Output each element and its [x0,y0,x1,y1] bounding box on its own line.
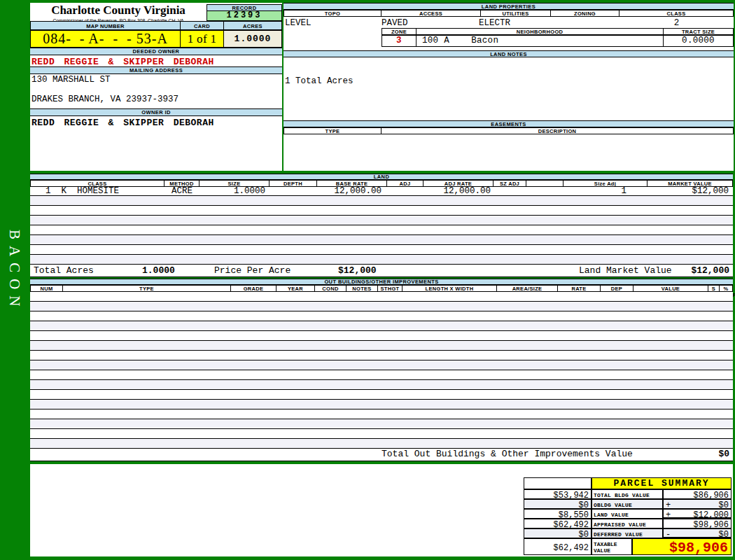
table-row [30,206,733,216]
summary-right-value: - $0 [663,528,732,538]
land-row-method: ACRE [164,187,200,195]
outbuildings-total-row: Total Out Buildings & Other Improvements… [30,449,733,461]
zone-label: ZONE [382,28,416,35]
mailing-address-line1: 130 MARSHALL ST [31,75,111,85]
summary-label: APPRAISED VALUE [592,519,663,528]
topo-value: LEVEL [285,18,312,28]
summary-row-total-bldg: $53,942 TOTAL BLDG VALUE $86,906 [524,489,732,499]
table-row [30,196,733,206]
table-row [30,351,733,360]
table-row [30,400,733,410]
table-row [30,216,733,225]
land-notes-title: LAND NOTES [284,50,734,57]
taxable-label: TAXABLE VALUE [592,538,632,555]
tract-size-label: TRACT SIZE [664,28,734,35]
summary-left-value: $8,550 [524,509,592,519]
outbuildings-title: OUT BUILDINGS/OTHER IMPROVEMENTS [30,279,733,285]
summary-row-taxable: $62,492 TAXABLE VALUE $98,906 [524,538,732,555]
tract-size-value: 0.0000 [664,35,734,47]
summary-row-obldg: $0 OBLDG VALUE + $0 [524,499,732,509]
land-row-class: 1 K HOMESITE [30,187,164,195]
summary-left-value: $53,942 [524,489,592,499]
table-row [30,370,733,380]
land-row-size-adj: 1 [564,187,648,195]
zoning-column-label: ZONING [551,10,620,17]
county-title: Charlotte County Virginia [30,4,206,18]
land-row-adj-rate: 12,000.00 [424,187,493,195]
class-column-label: CLASS [620,10,734,17]
owner-panel: Charlotte County Virginia Commissioner o… [30,3,282,171]
ob-col-cond: COND [315,285,346,292]
table-row [30,321,733,331]
record-value: 12393 [206,11,282,21]
summary-row-deferred: $0 DEFERRED VALUE - $0 [524,528,732,538]
access-column-label: ACCESS [382,10,481,17]
easements-title: EASEMENTS [284,120,734,127]
summary-label: OBLDG VALUE [592,499,663,509]
summary-right-value: $98,906 [663,519,732,528]
table-row [30,302,733,312]
table-row [30,429,733,439]
acres-label: ACRES [224,21,282,30]
land-row-base-rate: 12,000.00 [317,187,387,195]
land-col-blank [526,180,564,187]
ob-col-num: NUM [30,285,63,292]
acres-value: 1.0000 [224,30,282,48]
land-row: 1 K HOMESITE ACRE 1.0000 12,000.00 12,00… [30,187,733,196]
land-market-value-value: $12,000 [691,265,729,276]
map-number-value: 084- - A- - - 53-A [30,30,181,48]
summary-sign: + [666,510,671,519]
price-per-acre-value: $12,000 [338,265,377,276]
deeded-owner-value: REDD REGGIE & SKIPPER DEBORAH [31,57,214,67]
summary-sign: + [666,500,671,509]
land-col-size-adj: Size Adj [564,180,648,187]
land-notes-text: 1 Total Acres [285,76,354,86]
table-row [30,410,733,419]
land-row-depth [270,187,317,195]
zone-value: 3 [382,35,416,47]
summary-left-value: $62,492 [524,519,592,528]
land-col-adj: ADJ [387,180,424,187]
ob-col-rate: RATE [558,285,601,292]
ob-col-dep: DEP [601,285,634,292]
property-record-card: { "colors": { "page_green": "#058205", "… [0,0,735,560]
land-table-title: LAND [30,174,733,180]
ob-col-sthgt: STHGT [378,285,402,292]
ob-col-pct-comp: % COMP [720,285,733,292]
ob-col-area-size: AREA/SIZE [497,285,558,292]
land-row-market-value: $12,000 [648,187,733,195]
price-per-acre-label: Price Per Acre [214,265,290,276]
neighborhood-sidebar-label: BACON [6,230,23,313]
neighborhood-value: 100 A Bacon [416,35,664,47]
summary-right-value: + $0 [663,499,732,509]
table-row [30,360,733,370]
table-row [30,225,733,235]
parcel-summary-title: PARCEL SUMMARY [592,477,732,489]
table-row [30,292,733,302]
land-col-sz-adj-tbl: SZ ADJ TBL [493,180,526,187]
land-row-size: 1.0000 [200,187,270,195]
total-acres-value: 1.0000 [142,265,175,276]
land-totals-row: Total Acres 1.0000 Price Per Acre $12,00… [30,265,733,277]
map-number-label: MAP NUMBER [30,21,181,30]
outbuildings-total-value: $0 [718,449,729,460]
easement-type-label: TYPE [284,127,382,134]
summary-row-appraised: $62,492 APPRAISED VALUE $98,906 [524,519,732,528]
summary-label: DEFERRED VALUE [592,528,663,538]
land-col-depth: DEPTH [270,180,317,187]
outbuildings-table: OUT BUILDINGS/OTHER IMPROVEMENTS NUM TYP… [30,279,733,461]
table-row [30,390,733,400]
ob-col-year: YEAR [276,285,315,292]
table-row [30,255,733,265]
table-row [30,439,733,449]
summary-right-value: + $12,000 [663,509,732,519]
land-table: LAND CLASS METHOD SIZE DEPTH BASE RATE A… [30,174,733,277]
summary-row-land: $8,550 LAND VALUE + $12,000 [524,509,732,519]
ob-col-type: TYPE [63,285,231,292]
access-value: PAVED [382,18,408,28]
class-value: 2 [620,18,734,28]
ob-col-length-width: LENGTH X WIDTH [402,285,497,292]
land-empty-rows [30,196,733,265]
neighborhood-label: NEIGHBORHOOD [416,28,664,35]
topo-column-label: TOPO [284,10,382,17]
